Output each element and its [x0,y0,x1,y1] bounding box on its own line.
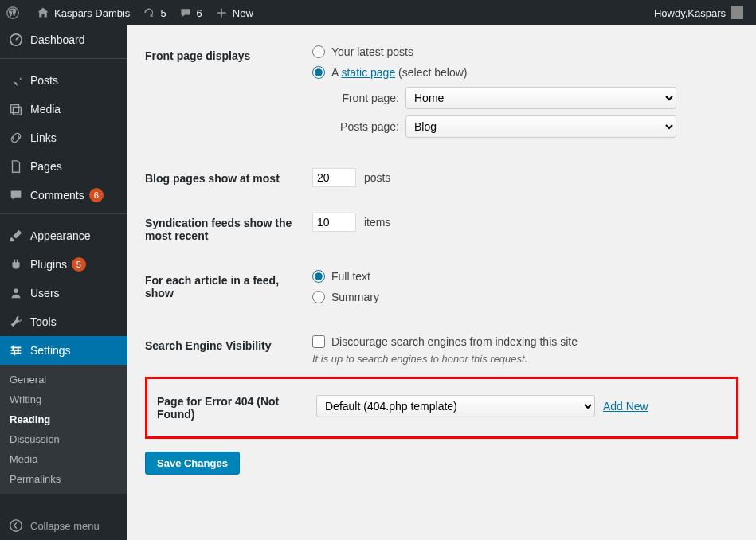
error404-add-new-link[interactable]: Add New [603,400,648,413]
seo-heading: Search Engine Visibility [145,323,304,377]
collapse-icon [8,518,24,534]
sidebar-item-label: Comments [30,189,84,202]
updates-link[interactable]: 5 [136,0,172,25]
front-page-select[interactable]: Home [405,87,676,109]
update-icon [143,6,155,19]
submenu-item-reading[interactable]: Reading [0,409,127,429]
seo-checkbox[interactable] [312,335,325,348]
wordpress-icon [6,6,19,19]
sidebar-item-label: Users [30,287,60,299]
submenu-item-media[interactable]: Media [0,449,127,469]
sidebar-item-appearance[interactable]: Appearance [0,221,127,250]
sidebar-item-label: Posts [30,74,58,87]
radio-full-text[interactable] [312,270,325,283]
users-icon [8,285,24,301]
page-icon [8,158,24,174]
error-404-highlight: Page for Error 404 (Not Found) Default (… [145,377,738,439]
sidebar-item-comments[interactable]: Comments 6 [0,181,127,209]
syndication-input[interactable] [312,213,356,232]
front-page-heading: Front page displays [145,33,304,156]
comment-icon [8,187,24,203]
feed-article-heading: For each article in a feed, show [145,258,304,323]
comment-icon [179,6,192,19]
radio-full-label: Full text [331,270,370,283]
sidebar-item-tools[interactable]: Tools [0,307,127,336]
collapse-label: Collapse menu [30,520,100,532]
svg-point-9 [10,520,22,531]
error404-heading: Page for Error 404 (Not Found) [152,387,311,428]
save-changes-button[interactable]: Save Changes [145,452,240,475]
sidebar-item-posts[interactable]: Posts [0,66,127,95]
svg-rect-4 [11,350,22,351]
sidebar-item-dashboard[interactable]: Dashboard [0,25,127,54]
sidebar-item-label: Links [30,131,57,144]
dashboard-icon [8,32,24,48]
radio-latest-posts[interactable] [312,45,325,58]
sidebar-item-settings[interactable]: Settings [0,336,127,365]
svg-rect-7 [18,348,19,352]
submenu-item-discussion[interactable]: Discussion [0,429,127,449]
blog-pages-heading: Blog pages show at most [145,156,304,201]
static-page-link[interactable]: static page [341,66,395,79]
submenu-item-writing[interactable]: Writing [0,389,127,409]
sidebar-item-label: Dashboard [30,33,85,46]
radio-latest-label: Your latest posts [331,45,413,58]
settings-icon [8,342,24,358]
tools-icon [8,314,24,330]
submenu-item-permalinks[interactable]: Permalinks [0,469,127,489]
submenu-item-general[interactable]: General [0,370,127,389]
sidebar-item-media[interactable]: Media [0,95,127,123]
home-icon [37,6,49,19]
svg-rect-8 [14,351,15,355]
sidebar-item-pages[interactable]: Pages [0,152,127,181]
new-label: New [233,7,253,19]
blog-pages-input[interactable] [312,168,356,187]
svg-point-2 [14,289,18,293]
syndication-heading: Syndication feeds show the most recent [145,201,304,258]
sidebar-item-label: Media [30,103,61,115]
front-page-sublabel: Front page: [331,92,399,104]
plus-icon [215,6,228,19]
settings-submenu: General Writing Reading Discussion Media… [0,365,127,494]
account-link[interactable]: Howdy, Kaspars [648,0,750,25]
posts-page-sublabel: Posts page: [331,120,399,133]
settings-reading-page: Front page displays Your latest posts A … [127,25,756,540]
sidebar-item-label: Plugins [30,258,67,271]
user-name: Kaspars [687,7,726,19]
posts-page-select[interactable]: Blog [405,115,676,138]
sidebar-item-users[interactable]: Users [0,279,127,307]
collapse-menu-button[interactable]: Collapse menu [0,511,127,540]
avatar [731,6,743,19]
seo-note: It is up to search engines to honor this… [312,353,731,365]
syndication-unit: items [364,216,390,229]
brush-icon [8,228,24,244]
radio-static-label: A static page (select below) [331,66,467,79]
pin-icon [8,72,24,88]
comments-link[interactable]: 6 [173,0,209,25]
admin-bar: Kaspars Dambis 5 6 New Howdy, Kaspars [0,0,756,25]
site-name-label: Kaspars Dambis [54,7,130,19]
svg-rect-6 [13,346,14,350]
sidebar-item-label: Pages [30,160,62,173]
sidebar-item-links[interactable]: Links [0,123,127,152]
radio-summary-label: Summary [331,291,379,303]
plugin-icon [8,256,24,272]
site-name-link[interactable]: Kaspars Dambis [30,0,136,25]
error404-select[interactable]: Default (404.php template) [316,395,595,417]
wp-logo[interactable] [0,0,30,25]
sidebar-item-plugins[interactable]: Plugins 5 [0,250,127,279]
blog-pages-unit: posts [364,171,390,184]
badge: 5 [72,257,86,272]
sidebar-item-label: Settings [30,344,71,357]
admin-sidebar: Dashboard Posts Media Links Pages Commen… [0,25,127,540]
badge: 6 [89,188,104,202]
updates-count: 5 [160,7,166,19]
new-content-link[interactable]: New [209,0,260,25]
radio-summary[interactable] [312,291,325,303]
radio-static-page[interactable] [312,66,325,79]
comments-count: 6 [197,7,202,19]
sidebar-item-label: Appearance [30,229,91,242]
howdy-prefix: Howdy, [654,7,687,19]
link-icon [8,130,24,146]
seo-checkbox-label: Discourage search engines from indexing … [331,335,578,348]
